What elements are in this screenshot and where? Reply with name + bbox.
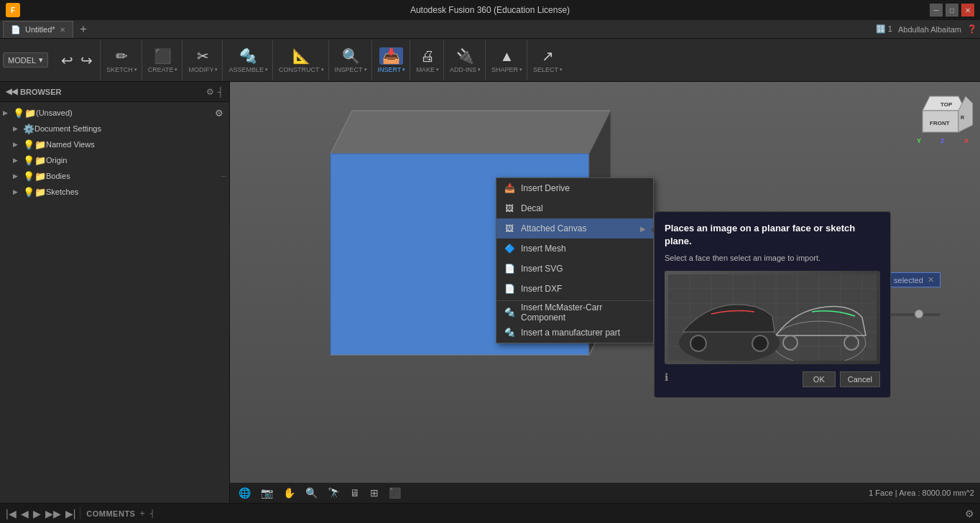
named-views-folder-icon: 📁 (34, 139, 46, 150)
select-label[interactable]: SELECT ▾ (533, 66, 563, 73)
make-label[interactable]: MAKE ▾ (416, 66, 439, 73)
view-cube-top-label: TOP (940, 101, 953, 108)
inspect-label[interactable]: INSPECT ▾ (335, 66, 367, 73)
menu-item-insert-mesh[interactable]: 🔷 Insert Mesh (496, 239, 653, 259)
create-icon: ⬛ (154, 49, 172, 63)
menu-item-insert-derive[interactable]: 📥 Insert Derive (496, 178, 653, 198)
slider-track (883, 313, 940, 316)
model-label: MODEL (8, 56, 36, 65)
tree-named-views[interactable]: ▶ 💡 📁 Named Views (0, 136, 229, 152)
opacity-slider[interactable] (883, 313, 940, 316)
undo-button[interactable]: ↩ (58, 52, 76, 69)
bodies-light-icon: 💡 (23, 171, 34, 182)
make-button[interactable]: 🖨 (417, 47, 438, 65)
assemble-icon: 🔩 (239, 49, 257, 63)
create-label[interactable]: CREATE ▾ (148, 66, 178, 73)
display-icon[interactable]: ⬛ (386, 486, 404, 500)
model-selector[interactable]: MODEL ▾ (3, 52, 48, 68)
slider-thumb[interactable] (915, 310, 923, 318)
comments-add-icon[interactable]: ＋ (138, 507, 147, 519)
tabbar: 📄 Untitled* ✕ ＋ 🔢 1 Abdullah Albaitam ❓ (0, 20, 980, 39)
capture-image-icon[interactable]: 📷 (258, 486, 276, 500)
insert-arrow-icon: ▾ (402, 67, 405, 73)
sketch-label[interactable]: SKETCH ▾ (106, 66, 137, 73)
construct-label[interactable]: CONSTRUCT ▾ (279, 66, 324, 73)
bodies-dots: ··· (221, 172, 226, 180)
minimize-button[interactable]: ─ (930, 4, 943, 17)
maximize-button[interactable]: □ (946, 4, 958, 17)
tree-origin[interactable]: ▶ 💡 📁 Origin (0, 152, 229, 168)
close-button[interactable]: ✕ (961, 4, 974, 17)
tree-root[interactable]: ▶ 💡 📁 (Unsaved) ⚙ (0, 105, 229, 121)
face-area-status: 1 Face | Area : 8000.00 mm^2 (869, 489, 974, 497)
help-icon[interactable]: ❓ (967, 24, 977, 34)
toolbar-group-addins: 🔌 ADD-INS ▾ (445, 40, 486, 80)
browser-expand-icon[interactable]: ┤ (217, 87, 223, 97)
view-cube[interactable]: TOP FRONT R X Y Z (915, 89, 973, 147)
assemble-button[interactable]: 🔩 (236, 47, 260, 65)
toolbar-group-shaper: ▲ SHAPER ▾ (487, 40, 527, 80)
shaper-label[interactable]: SHAPER ▾ (491, 66, 522, 73)
insert-label[interactable]: INSERT ▾ (378, 66, 406, 73)
origin-light-icon: 💡 (23, 155, 34, 166)
create-button[interactable]: ⬛ (151, 47, 175, 65)
construct-button[interactable]: 📐 (290, 47, 313, 65)
help-body: Select a face then select an image to im… (665, 254, 880, 262)
menu-item-manufacturer[interactable]: 🔩 Insert a manufacturer part (496, 323, 653, 343)
menu-item-decal[interactable]: 🖼 Decal (496, 198, 653, 218)
addins-label[interactable]: ADD-INS ▾ (450, 66, 481, 73)
face-select-close-icon[interactable]: ✕ (928, 275, 934, 284)
cancel-button[interactable]: Cancel (840, 371, 880, 387)
grid-icon[interactable]: ⊞ (367, 486, 382, 500)
select-button[interactable]: ↗ (539, 47, 557, 65)
tree-document-settings[interactable]: ▶ ⚙️ Document Settings (0, 121, 229, 136)
view-cube-svg: TOP FRONT R X Y Z (915, 89, 973, 147)
browser-collapse-icon[interactable]: ◀◀ (6, 87, 17, 96)
tree-sketches[interactable]: ▶ 💡 📁 Sketches (0, 184, 229, 200)
svg-point-27 (690, 335, 706, 351)
browser-settings-icon[interactable]: ⚙ (206, 87, 214, 97)
new-tab-button[interactable]: ＋ (73, 22, 93, 37)
toolbar-group-sketch: ✏ SKETCH ▾ (102, 40, 142, 80)
tab-untitled[interactable]: 📄 Untitled* ✕ (3, 21, 73, 38)
comments-expand-icon[interactable]: ┤ (149, 509, 154, 517)
sketch-icon: ✏ (116, 49, 128, 63)
modify-button[interactable]: ✂ (194, 47, 212, 65)
browser-panel: ◀◀ BROWSER ⚙ ┤ ▶ 💡 📁 (Unsaved) ⚙ ▶ ⚙️ Do… (0, 82, 230, 503)
toolbar-group-inspect: 🔍 INSPECT ▾ (330, 40, 372, 80)
display-settings-icon[interactable]: 🌐 (236, 486, 254, 500)
addins-button[interactable]: 🔌 (453, 47, 477, 65)
pan-icon[interactable]: ✋ (280, 486, 298, 500)
bodies-folder-icon: 📁 (34, 171, 46, 182)
tree-bodies[interactable]: ▶ 💡 📁 Bodies ··· (0, 168, 229, 184)
ok-button[interactable]: OK (803, 371, 836, 387)
zoom-icon[interactable]: 🔍 (302, 486, 320, 500)
view-toggle-icon[interactable]: 🖥 (347, 486, 363, 500)
menu-item-attached-canvas[interactable]: 🖼 Attached Canvas ▶ (496, 218, 653, 239)
menu-item-insert-dxf[interactable]: 📄 Insert DXF (496, 279, 653, 299)
playback-play-icon[interactable]: ▶ (33, 508, 41, 519)
assemble-label[interactable]: ASSEMBLE ▾ (228, 66, 268, 73)
settings-icon[interactable]: ⚙ (965, 508, 974, 519)
inspect-button[interactable]: 🔍 (339, 47, 363, 65)
modify-label[interactable]: MODIFY ▾ (188, 66, 218, 73)
menu-item-mcmaster[interactable]: 🔩 Insert McMaster-Carr Component (496, 302, 653, 323)
sketch-button[interactable]: ✏ (113, 47, 131, 65)
root-settings-icon[interactable]: ⚙ (215, 108, 226, 119)
playback-next-icon[interactable]: ▶▶ (45, 508, 61, 519)
playback-prev-icon[interactable]: ◀ (21, 508, 29, 519)
comments-section: COMMENTS ＋ ┤ (80, 507, 154, 519)
playback-end-icon[interactable]: ▶| (65, 508, 76, 519)
sketch-arrow-icon: ▾ (134, 67, 137, 73)
model-dropdown-icon: ▾ (39, 55, 43, 65)
tab-close-button[interactable]: ✕ (60, 26, 65, 34)
insert-button[interactable]: 📥 (379, 47, 403, 65)
shaper-button[interactable]: ▲ (497, 47, 517, 65)
root-arrow-icon: ▶ (3, 109, 13, 116)
playback-start-icon[interactable]: |◀ (6, 508, 17, 519)
browser-title: ◀◀ BROWSER (6, 87, 61, 96)
menu-item-insert-svg[interactable]: 📄 Insert SVG (496, 259, 653, 279)
redo-button[interactable]: ↪ (78, 52, 96, 69)
fit-icon[interactable]: 🔭 (325, 486, 343, 500)
undo-icon: ↩ (61, 53, 73, 68)
